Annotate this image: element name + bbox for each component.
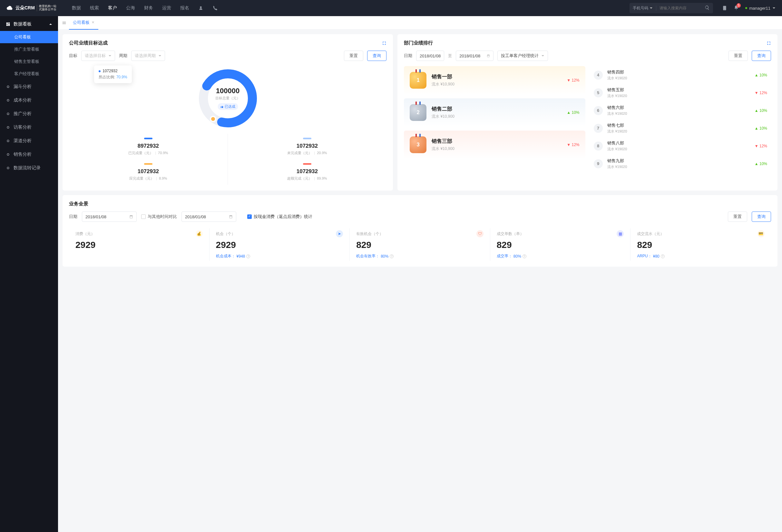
thumbs-up-icon [220, 105, 223, 108]
donut-value: 100000 [215, 87, 240, 95]
mobile-icon[interactable] [722, 5, 727, 11]
chevron-down-icon [772, 6, 776, 10]
swap-icon [6, 166, 10, 170]
sidebar-item-3[interactable]: 访客分析 [0, 120, 58, 134]
expand-icon[interactable] [767, 41, 771, 45]
ranking-date-to[interactable]: 2018/01/08 [456, 50, 494, 61]
overview-query-button[interactable]: 查询 [752, 212, 771, 222]
sidebar-item-0[interactable]: 漏斗分析 [0, 80, 58, 94]
svg-point-3 [7, 127, 9, 128]
search-type-select[interactable]: 手机号码 [630, 5, 656, 11]
search-icon [705, 5, 710, 10]
overview-title: 业务全景 [69, 201, 88, 207]
rank-item-9[interactable]: 9销售九部流水 ¥19020▲ 10% [590, 155, 771, 173]
sidebar-item-5[interactable]: 销售分析 [0, 148, 58, 161]
ranking-date-from[interactable]: 2018/01/08 [416, 50, 444, 61]
sidebar-sub-0[interactable]: 公司看板 [0, 31, 58, 43]
kpi-icon: ▦ [617, 230, 624, 237]
tab-label: 公司看板 [73, 20, 90, 26]
brand-text: 云朵CRM [15, 5, 35, 11]
sidebar-item-6[interactable]: 数据流转记录 [0, 161, 58, 175]
trend-down-icon: ▼ 12% [567, 78, 579, 82]
ranking-stat-select[interactable]: 按工单客户经理统计 [497, 50, 548, 61]
kpi-icon: 💰 [196, 230, 203, 237]
brand-logo: 云朵CRM 教育机构一站式服务云平台 [6, 4, 57, 11]
ranking-rest: 4销售四部流水 ¥19020▲ 10%5销售五部流水 ¥19020▼ 12%6销… [590, 66, 771, 173]
filter-icon [6, 84, 10, 89]
expand-icon[interactable] [382, 41, 387, 45]
sidebar-item-4[interactable]: 渠道分析 [0, 134, 58, 148]
compare-checkbox[interactable]: 与其他时间对比 [141, 214, 177, 220]
nav-item-4[interactable]: 财务 [144, 5, 153, 11]
nav-item-6[interactable]: 报名 [180, 5, 189, 11]
rank-item-8[interactable]: 8销售八部流水 ¥19020▼ 12% [590, 137, 771, 155]
overview-date1[interactable]: 2018/01/08 [82, 212, 137, 222]
rank-number: 5 [594, 88, 603, 97]
donut-label: 目标总量（元） [215, 96, 240, 101]
rank-item-7[interactable]: 7销售七部流水 ¥19020▲ 10% [590, 119, 771, 137]
nav-item-3[interactable]: 公海 [126, 5, 135, 11]
target-query-button[interactable]: 查询 [367, 50, 387, 61]
select-period[interactable]: 请选择周期 [131, 50, 165, 61]
rank-item-6[interactable]: 6销售六部流水 ¥19020▲ 10% [590, 102, 771, 119]
help-icon[interactable]: ? [661, 254, 665, 258]
phone-icon[interactable] [212, 5, 218, 11]
search-button[interactable] [702, 5, 713, 11]
trend-up-icon: ▲ 10% [755, 108, 767, 113]
nav-item-2[interactable]: 客户 [108, 5, 117, 11]
overview-date2[interactable]: 2018/01/08 [181, 212, 236, 222]
help-icon[interactable]: ? [246, 254, 250, 258]
target-stat-0: 8972932已完成量（元）|70.9% [69, 134, 228, 159]
rank-item-4[interactable]: 4销售四部流水 ¥19020▲ 10% [590, 66, 771, 84]
donut-status-chip: 已达成 [218, 103, 238, 110]
kpi-3: 成交单数（单）▦829成交率：80%? [490, 228, 631, 261]
donut-chart: 1072932 所占比例: 70.9% 100000 目标总量（元） [69, 66, 387, 131]
user-menu[interactable]: manager11 [745, 6, 776, 11]
tab-close-icon[interactable]: ✕ [92, 20, 95, 25]
kpi-row: 消费（元）💰2929机会（个）➤2929机会成本：¥948?有效机会（个）🛡82… [69, 228, 771, 261]
notification-badge[interactable]: 5 [734, 5, 739, 11]
nav-item-0[interactable]: 数据 [72, 5, 81, 11]
tab-company-board[interactable]: 公司看板 ✕ [69, 16, 98, 30]
trend-up-icon: ▲ 10% [755, 126, 767, 131]
nav-item-1[interactable]: 线索 [90, 5, 99, 11]
rank-top-3[interactable]: 3销售三部流水 ¥10,900▼ 12% [404, 131, 585, 159]
target-stat-1: 1072932未完成量（元）|20.9% [228, 134, 387, 159]
user-icon[interactable] [198, 5, 203, 11]
overview-reset-button[interactable]: 重置 [728, 212, 747, 222]
svg-point-6 [7, 167, 9, 169]
sidebar-sub-3[interactable]: 客户经理看板 [0, 68, 58, 80]
sidebar-item-2[interactable]: 推广分析 [0, 107, 58, 120]
nav-item-5[interactable]: 运营 [162, 5, 171, 11]
ranking-query-button[interactable]: 查询 [752, 50, 771, 61]
username-text: manager11 [749, 6, 771, 11]
link-icon [6, 139, 10, 143]
trend-down-icon: ▼ 12% [567, 143, 579, 147]
search-box: 手机号码 [630, 3, 713, 13]
eye-icon [6, 152, 10, 157]
user-area: 5 manager11 [722, 5, 776, 11]
help-icon[interactable]: ? [390, 254, 394, 258]
rank-top-1[interactable]: 1销售一部流水 ¥10,900▼ 12% [404, 66, 585, 95]
rank-number: 9 [594, 159, 603, 168]
ranking-reset-button[interactable]: 重置 [728, 50, 748, 61]
sidebar-sub-1[interactable]: 推广主管看板 [0, 43, 58, 56]
menu-icon[interactable] [62, 21, 66, 25]
cash-checkbox[interactable]: 按现金消费（返点后消费）统计 [247, 214, 312, 220]
calendar-icon [129, 215, 133, 219]
sidebar-item-1[interactable]: 成本分析 [0, 94, 58, 107]
sidebar: 数据看板 公司看板推广主管看板销售主管看板客户经理看板 漏斗分析成本分析推广分析… [0, 16, 58, 532]
sidebar-group-dashboard[interactable]: 数据看板 [0, 17, 58, 31]
kpi-4: 成交流水（元）💳829ARPU：¥80? [631, 228, 771, 261]
select-goal[interactable]: 请选择目标 [81, 50, 115, 61]
help-icon[interactable]: ? [523, 254, 526, 258]
target-reset-button[interactable]: 重置 [344, 50, 363, 61]
rank-top-2[interactable]: 2销售二部流水 ¥10,900▲ 10% [404, 98, 585, 127]
medal-icon: 1 [410, 72, 426, 89]
sidebar-sub-2[interactable]: 销售主管看板 [0, 56, 58, 68]
medal-icon: 3 [410, 136, 426, 153]
rank-item-5[interactable]: 5销售五部流水 ¥19020▼ 12% [590, 84, 771, 102]
trend-up-icon: ▲ 10% [755, 162, 767, 166]
search-input[interactable] [656, 6, 702, 10]
yen-icon [6, 98, 10, 103]
